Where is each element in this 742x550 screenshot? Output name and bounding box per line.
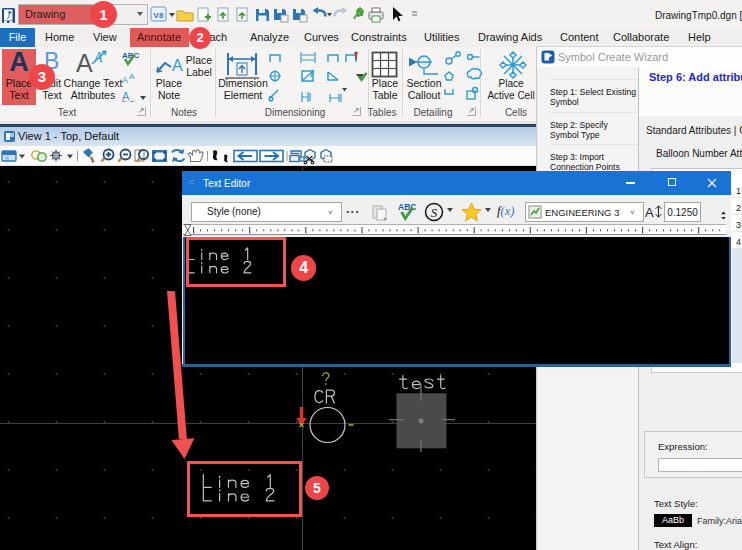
svg-text:V8: V8 [154, 11, 164, 20]
svg-text:A: A [122, 75, 128, 85]
svg-text:A: A [122, 90, 130, 102]
svg-text:A: A [129, 72, 135, 81]
